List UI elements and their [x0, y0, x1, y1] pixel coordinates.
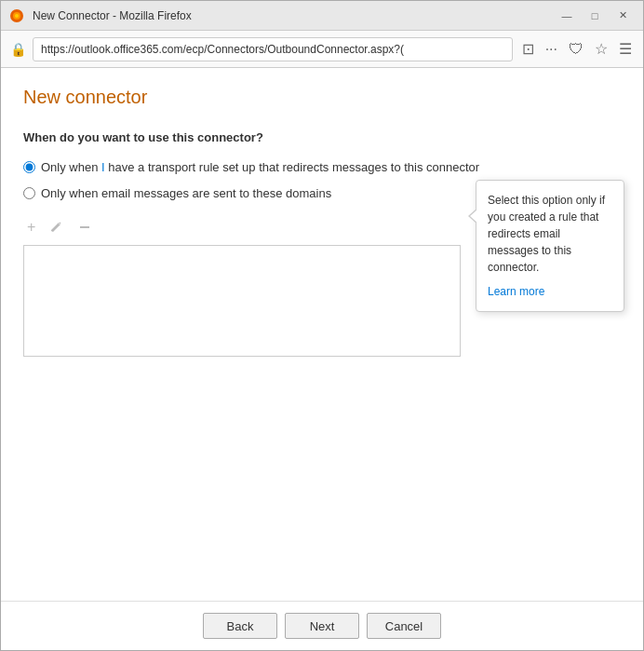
- radio-item-1[interactable]: Only when I have a transport rule set up…: [23, 159, 621, 176]
- url-input[interactable]: [33, 37, 513, 61]
- section-label: When do you want to use this connector?: [23, 130, 621, 144]
- content-area: New connector When do you want to use th…: [1, 68, 643, 650]
- title-bar: New Connector - Mozilla Firefox — □ ✕: [1, 1, 643, 31]
- cancel-button[interactable]: Cancel: [367, 613, 441, 639]
- firefox-icon: [8, 7, 25, 24]
- address-bar: 🔒 ⊡ ··· 🛡 ☆ ☰: [1, 31, 643, 68]
- address-bar-actions: ⊡ ··· 🛡 ☆ ☰: [518, 38, 636, 60]
- page-content: New connector When do you want to use th…: [1, 68, 643, 650]
- next-button[interactable]: Next: [285, 613, 359, 639]
- browser-window: New Connector - Mozilla Firefox — □ ✕ 🔒 …: [0, 0, 644, 651]
- learn-more-link[interactable]: Learn more: [488, 283, 612, 300]
- window-controls: — □ ✕: [554, 6, 636, 26]
- radio-input-2[interactable]: [23, 187, 35, 199]
- edit-button[interactable]: [47, 219, 67, 236]
- close-button[interactable]: ✕: [610, 6, 636, 26]
- footer-bar: Back Next Cancel: [1, 601, 643, 650]
- svg-point-2: [15, 14, 19, 18]
- radio-label-2: Only when email messages are sent to the…: [41, 185, 331, 202]
- maximize-button[interactable]: □: [582, 6, 608, 26]
- delete-button[interactable]: [74, 219, 95, 236]
- page-title: New connector: [23, 87, 621, 108]
- domain-list-box[interactable]: [23, 245, 461, 357]
- bookmark-icon[interactable]: ☆: [591, 38, 611, 60]
- minimize-button[interactable]: —: [554, 6, 580, 26]
- shield-verify-icon[interactable]: 🛡: [565, 39, 587, 60]
- add-button[interactable]: +: [23, 217, 39, 237]
- minus-icon: [78, 221, 91, 234]
- tooltip-text: Select this option only if you created a…: [488, 194, 605, 274]
- shield-icon: 🔒: [8, 42, 27, 57]
- radio-label-highlight: I: [101, 160, 105, 174]
- window-title: New Connector - Mozilla Firefox: [33, 9, 554, 22]
- edit-icon: [50, 221, 63, 234]
- svg-rect-3: [80, 226, 89, 228]
- back-button[interactable]: Back: [203, 613, 277, 639]
- menu-icon[interactable]: ☰: [615, 38, 636, 60]
- radio-label-1: Only when I have a transport rule set up…: [41, 159, 479, 176]
- reader-mode-icon[interactable]: ⊡: [518, 38, 538, 60]
- radio-input-1[interactable]: [23, 161, 35, 173]
- more-options-icon[interactable]: ···: [542, 39, 561, 60]
- tooltip-box: Select this option only if you created a…: [476, 180, 624, 312]
